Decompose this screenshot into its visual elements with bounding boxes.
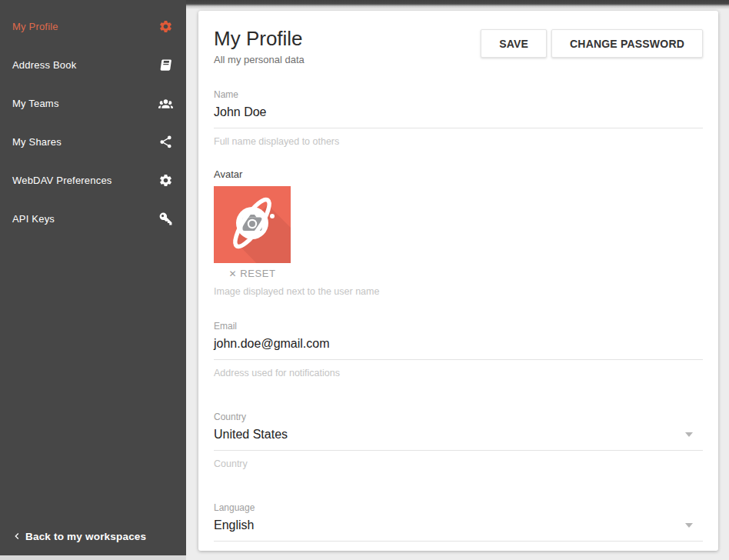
sidebar-item-my-profile[interactable]: My Profile	[0, 7, 186, 45]
page-subtitle: All my personal data	[214, 54, 305, 65]
profile-form: Name John Doe Full name displayed to oth…	[198, 89, 718, 551]
sidebar-item-api-keys[interactable]: API Keys	[0, 199, 186, 238]
sidebar-nav: My Profile Address Book My Teams My Shar…	[0, 0, 186, 238]
country-label: Country	[214, 412, 703, 422]
language-helper: User Language	[214, 549, 703, 551]
sidebar-item-address-book[interactable]: Address Book	[0, 45, 186, 84]
name-helper: Full name displayed to others	[214, 136, 703, 147]
profile-card: My Profile All my personal data SAVE CHA…	[198, 11, 718, 551]
email-helper: Address used for notifications	[214, 368, 703, 378]
email-input[interactable]: john.doe@gmail.com	[214, 337, 703, 360]
sidebar-item-label: My Teams	[12, 98, 59, 109]
sidebar-item-label: My Shares	[12, 136, 62, 148]
email-field: Email john.doe@gmail.com Address used fo…	[214, 321, 703, 378]
group-icon	[158, 96, 173, 111]
key-icon	[158, 212, 173, 226]
back-to-workspaces-link[interactable]: Back to my workspaces	[11, 530, 146, 542]
sidebar-item-label: API Keys	[12, 213, 55, 225]
country-value: United States	[214, 428, 288, 441]
avatar-reset-button[interactable]: ✕RESET	[214, 268, 291, 279]
card-header: My Profile All my personal data SAVE CHA…	[198, 11, 718, 65]
country-field: Country United States Country	[214, 412, 703, 469]
chevron-down-icon	[685, 523, 693, 528]
name-label: Name	[214, 89, 703, 100]
main-pane: My Profile All my personal data SAVE CHA…	[186, 0, 729, 560]
language-select[interactable]: English	[214, 518, 703, 542]
sidebar-item-webdav-preferences[interactable]: WebDAV Preferences	[0, 161, 186, 199]
app-window: My Profile Address Book My Teams My Shar…	[0, 0, 729, 560]
sidebar-item-label: WebDAV Preferences	[12, 175, 112, 186]
avatar-section: Avatar	[214, 168, 703, 297]
country-helper: Country	[214, 458, 703, 469]
planet-camera-icon	[214, 186, 291, 263]
avatar-image[interactable]	[214, 186, 291, 263]
chevron-left-icon	[11, 530, 23, 542]
share-icon	[158, 135, 173, 149]
change-password-button[interactable]: CHANGE PASSWORD	[551, 29, 703, 58]
name-input[interactable]: John Doe	[214, 105, 703, 128]
sidebar-item-label: Address Book	[12, 59, 76, 71]
back-link-label: Back to my workspaces	[25, 531, 146, 542]
title-block: My Profile All my personal data	[214, 27, 305, 65]
page-title: My Profile	[214, 27, 305, 50]
name-field: Name John Doe Full name displayed to oth…	[214, 89, 703, 147]
email-label: Email	[214, 321, 703, 332]
avatar-helper: Image displayed next to the user name	[214, 286, 703, 297]
language-label: Language	[214, 502, 703, 513]
chevron-down-icon	[685, 432, 693, 437]
save-button[interactable]: SAVE	[481, 29, 547, 58]
settings-sidebar: My Profile Address Book My Teams My Shar…	[0, 0, 186, 555]
reset-label: RESET	[240, 268, 275, 279]
avatar-label: Avatar	[214, 168, 703, 180]
gear-icon	[158, 19, 173, 34]
sidebar-item-my-teams[interactable]: My Teams	[0, 84, 186, 122]
sidebar-item-label: My Profile	[12, 21, 58, 32]
header-buttons: SAVE CHANGE PASSWORD	[481, 27, 703, 58]
country-select[interactable]: United States	[214, 428, 703, 451]
language-field: Language English User Language	[214, 502, 703, 551]
close-icon: ✕	[229, 268, 238, 279]
gear-icon	[158, 173, 173, 188]
language-value: English	[214, 518, 254, 532]
sidebar-item-my-shares[interactable]: My Shares	[0, 122, 186, 161]
book-icon	[158, 58, 173, 72]
